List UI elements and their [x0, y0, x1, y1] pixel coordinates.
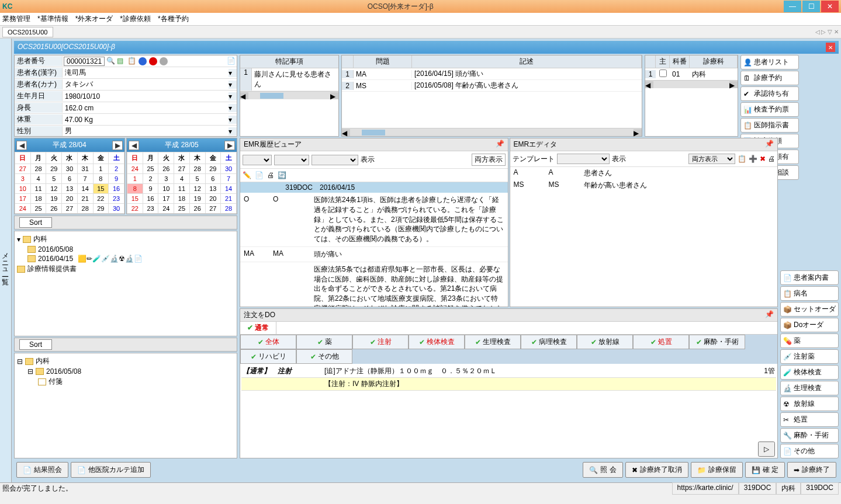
action-button[interactable]: ✔承認待ち有	[740, 86, 799, 101]
pin-icon[interactable]: 📌	[765, 310, 774, 320]
action-button[interactable]: 📋病名	[780, 286, 839, 301]
calendar-day[interactable]: 28	[77, 204, 93, 214]
action-button[interactable]: 📋医師指示書	[740, 118, 799, 133]
calendar-day[interactable]: 7	[77, 174, 93, 184]
calendar-day[interactable]: 9	[109, 174, 124, 184]
calendar-day[interactable]: 30	[221, 164, 237, 174]
action-button[interactable]: 📄患者案内書	[780, 270, 839, 285]
calendar-day[interactable]: 24	[127, 164, 143, 174]
card-icon[interactable]: ▤	[117, 57, 126, 66]
emr-mode[interactable]: 両方表示	[472, 154, 506, 166]
filter-button[interactable]: ✔生理検査	[465, 335, 521, 349]
calendar-day[interactable]: 27	[205, 204, 221, 214]
calendar-day[interactable]: 1	[127, 174, 143, 184]
calendar-day[interactable]: 4	[174, 174, 190, 184]
problem-row[interactable]: 2MS[2016/05/08] 年齢が高い患者さん	[342, 80, 642, 92]
action-button[interactable]: 📦Doオーダ	[780, 318, 839, 332]
calendar-day[interactable]: 5	[189, 174, 205, 184]
sort-button[interactable]: Sort	[19, 217, 52, 228]
calendar-day[interactable]: 13	[62, 184, 78, 194]
filter-button[interactable]: ✔病理検査	[521, 335, 577, 349]
calendar-day[interactable]: 17	[158, 194, 174, 204]
calendar-day[interactable]: 11	[30, 184, 46, 194]
note-icon[interactable]: 📋	[127, 57, 137, 66]
calendar-day[interactable]: 16	[109, 184, 124, 194]
calendar-day[interactable]: 23	[143, 204, 158, 214]
tree-root[interactable]: ⊟内科	[17, 356, 234, 367]
calendar-day[interactable]: 28	[30, 164, 46, 174]
close-button[interactable]: ✕	[821, 1, 839, 12]
tree-date[interactable]: ⊟2016/05/08	[27, 367, 234, 376]
calendar-day[interactable]: 3	[158, 174, 174, 184]
filter-button[interactable]: ✔全体	[240, 335, 296, 349]
menu-item[interactable]: *外来オーダ	[75, 14, 113, 24]
calendar-day[interactable]: 11	[174, 184, 190, 194]
filter-button[interactable]: ✔麻酔・手術	[689, 335, 745, 349]
calendar-day[interactable]: 22	[127, 204, 143, 214]
calendar-day[interactable]: 25	[30, 204, 46, 214]
note-row[interactable]: 1藤川さんに見せる患者さん	[240, 68, 338, 91]
left-menu[interactable]: メニュー一覧	[0, 39, 12, 482]
calendar-day[interactable]: 28	[189, 164, 205, 174]
calendar-day[interactable]: 10	[158, 184, 174, 194]
calendar-day[interactable]: 24	[158, 204, 174, 214]
cal-next[interactable]: ▶	[112, 141, 123, 150]
calendar-day[interactable]: 6	[62, 174, 78, 184]
menu-item[interactable]: *各種予約	[158, 14, 189, 24]
calendar-day[interactable]: 15	[127, 194, 143, 204]
filter-button[interactable]: ✔その他	[296, 349, 352, 364]
footer-button[interactable]: ✖診療終了取消	[625, 462, 688, 478]
tree-leaf[interactable]: 付箋	[38, 376, 234, 387]
action-button[interactable]: ☢放射線	[780, 397, 839, 411]
menu-item[interactable]: *診療依頼	[120, 14, 151, 24]
action-button[interactable]: 📊検査予約票	[740, 102, 799, 117]
filter-button[interactable]: ✔注射	[352, 335, 409, 349]
template-select[interactable]	[557, 154, 610, 164]
calendar-day[interactable]: 19	[189, 194, 205, 204]
footer-button[interactable]: 📄他医院カルテ追加	[71, 462, 151, 478]
tab-nav[interactable]: ◁ ▷ ▽ ✕	[815, 29, 839, 35]
filter-button[interactable]: ✔処置	[633, 335, 689, 349]
filter-button[interactable]: ✔薬	[296, 335, 352, 349]
refresh-icon[interactable]: 🔄	[278, 171, 286, 179]
tree-date[interactable]: 2016/04/15🟨✏🧪💉🔬☢🔬📄	[27, 254, 234, 263]
menu-item[interactable]: 業務管理	[2, 14, 30, 24]
search-icon[interactable]: 🔍	[106, 57, 116, 66]
action-button[interactable]: 💊薬	[780, 333, 839, 348]
calendar-day[interactable]: 18	[174, 194, 190, 204]
calendar-day[interactable]: 7	[221, 174, 237, 184]
calendar-day[interactable]: 20	[205, 194, 221, 204]
tool-icon[interactable]: ➕	[749, 155, 757, 163]
footer-button[interactable]: 💾確 定	[745, 462, 785, 478]
cal-prev[interactable]: ◀	[16, 141, 27, 150]
calendar-day[interactable]: 17	[15, 194, 31, 204]
calendar-day[interactable]: 25	[174, 204, 190, 214]
action-button[interactable]: 📦セットオーダ	[780, 302, 839, 317]
calendar-day[interactable]: 21	[77, 194, 93, 204]
footer-button[interactable]: 📁診療保留	[691, 462, 743, 478]
order-line[interactable]: 【注射：IV 静脈内注射】	[241, 378, 776, 391]
calendar-day[interactable]: 2	[143, 174, 158, 184]
footer-button[interactable]: ➡診療終了	[787, 462, 836, 478]
calendar-day[interactable]: 26	[158, 164, 174, 174]
action-button[interactable]: 💉注射薬	[780, 349, 839, 364]
tool-icon[interactable]: 📋	[738, 155, 746, 163]
tool-icon[interactable]: ✖	[760, 155, 766, 163]
editor-mode[interactable]: 両方表示	[688, 154, 735, 164]
filter-button[interactable]: ✔放射線	[577, 335, 633, 349]
subwindow-close[interactable]: ✕	[826, 43, 835, 52]
tree-doc[interactable]: 診療情報提供書	[17, 263, 234, 274]
emr-select-1[interactable]	[243, 155, 272, 165]
calendar-day[interactable]: 15	[93, 184, 109, 194]
calendar-day[interactable]: 3	[15, 174, 31, 184]
action-button[interactable]: 📄その他	[780, 444, 839, 458]
tab[interactable]: OCS2015U00	[2, 27, 53, 37]
calendar-day[interactable]: 30	[62, 164, 78, 174]
dept-scroll[interactable]: ◀▶	[645, 80, 738, 88]
calendar-day[interactable]: 27	[62, 204, 78, 214]
calendar-day[interactable]: 12	[189, 184, 205, 194]
sort-button[interactable]: Sort	[19, 339, 52, 350]
calendar-day[interactable]: 23	[109, 194, 124, 204]
action-button[interactable]: 🗓診療予約	[740, 71, 799, 85]
play-button[interactable]: ▷	[758, 442, 775, 457]
